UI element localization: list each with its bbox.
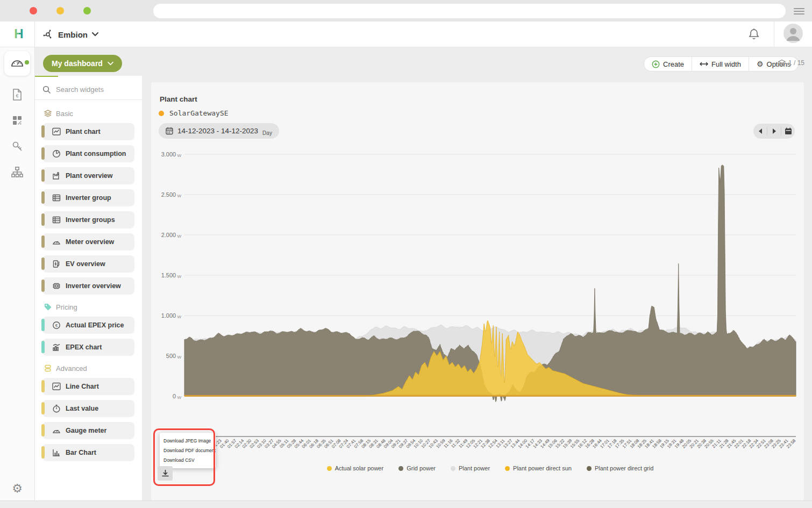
widget-card-inverter-groups[interactable]: Inverter groups [42, 211, 134, 228]
download-menu-item-download-pdf-document[interactable]: Download PDF document [160, 446, 216, 455]
widget-card-label: EV overview [66, 260, 105, 268]
widget-card-plant-chart[interactable]: Plant chart [42, 123, 134, 140]
download-menu-item-download-csv[interactable]: Download CSV [160, 455, 216, 465]
table-icon [52, 194, 61, 202]
browser-menu-icon[interactable] [794, 6, 804, 15]
tag-icon [44, 303, 52, 311]
window-minimize-button[interactable] [56, 7, 64, 15]
search-input[interactable] [56, 85, 137, 94]
legend-item-plant-power-direct-grid[interactable]: Plant power direct grid [587, 465, 653, 471]
widget-card-line-chart[interactable]: Line Chart [42, 378, 134, 395]
card-accent [41, 191, 45, 204]
calendar-picker-button[interactable] [781, 124, 795, 139]
widget-card-gauge-meter[interactable]: Gauge meter [42, 422, 134, 439]
window-zoom-button[interactable] [83, 7, 91, 15]
device-status-dot [159, 111, 164, 116]
next-period-button[interactable] [767, 124, 781, 139]
legend-label: Plant power direct grid [595, 465, 653, 471]
chart-legend: Actual solar powerGrid powerPlant powerP… [184, 465, 796, 471]
widget-card-plant-consumption[interactable]: Plant consumption [42, 145, 134, 162]
window-close-button[interactable] [30, 7, 37, 15]
app-logo[interactable]: H [8, 23, 30, 45]
arrow-right-icon [772, 128, 777, 134]
widget-card-actual-epex-price[interactable]: €Actual EPEX price [42, 317, 134, 333]
rail-item-invoices[interactable]: € [0, 82, 34, 108]
line-chart-icon [52, 127, 61, 136]
legend-dot [587, 466, 592, 471]
widget-search[interactable] [35, 80, 142, 100]
create-button[interactable]: Create [644, 57, 692, 71]
svg-text:1.000 W: 1.000 W [161, 312, 182, 319]
card-accent [41, 424, 45, 437]
address-bar[interactable] [153, 4, 786, 18]
download-menu-item-download-jpeg-image[interactable]: Download JPEG Image [160, 436, 216, 446]
widget-card-meter-overview[interactable]: Meter overview [42, 233, 134, 250]
legend-item-plant-power-direct-sun[interactable]: Plant power direct sun [505, 465, 572, 471]
widget-card-last-value[interactable]: Last value [42, 400, 134, 417]
legend-label: Grid power [407, 465, 436, 471]
widget-card-label: EPEX chart [66, 344, 102, 351]
svg-text:0 W: 0 W [173, 393, 181, 400]
card-accent [41, 402, 45, 414]
widget-card-label: Inverter overview [66, 282, 121, 290]
logo-h-icon: H [11, 26, 27, 42]
card-accent [41, 169, 45, 182]
legend-item-grid-power[interactable]: Grid power [398, 465, 436, 471]
rail-active-indicator [25, 60, 29, 65]
table-icon [52, 216, 61, 224]
footer-divider [0, 500, 812, 501]
meter-icon [52, 238, 61, 246]
legend-label: Plant power [459, 465, 490, 471]
widget-card-label: Line Chart [66, 383, 99, 390]
gear-icon: ⚙ [12, 482, 23, 496]
widget-card-label: Bar Chart [66, 449, 96, 456]
widget-sidebar: BasicPlant chartPlant consumptionPlant o… [35, 76, 142, 500]
download-button[interactable] [158, 466, 173, 481]
widget-card-bar-chart[interactable]: Bar Chart [42, 444, 134, 461]
widget-card-inverter-group[interactable]: Inverter group [42, 189, 134, 206]
svg-text:1.500 W: 1.500 W [161, 272, 182, 279]
ev-charger-icon [52, 260, 61, 268]
card-accent [41, 341, 45, 353]
svg-text:2.000 W: 2.000 W [161, 232, 182, 239]
dashboard-selector-button[interactable]: My dashboard [43, 55, 122, 72]
date-range-picker[interactable]: 14-12-2023 - 14-12-2023 Day [159, 123, 279, 139]
download-icon [161, 469, 169, 477]
legend-dot [327, 466, 332, 471]
dashboard-pager[interactable]: 1 / 15 [778, 59, 804, 67]
notifications-bell-icon[interactable] [748, 28, 760, 41]
layers-icon [778, 59, 786, 67]
dashboard-gauge-icon[interactable] [0, 51, 34, 76]
widget-card-ev-overview[interactable]: EV overview [42, 255, 134, 272]
plant-chart-widget: 3.000 W2.500 W2.000 W1.500 W1.000 W500 W… [151, 82, 804, 500]
full-width-button[interactable]: Full width [692, 57, 749, 71]
device-name: SolarGatewaySE [169, 109, 229, 117]
legend-item-actual-solar-power[interactable]: Actual solar power [327, 465, 384, 471]
rail-item-widgets[interactable] [0, 108, 34, 133]
section-label: Advanced [56, 364, 87, 373]
rail-item-access-keys[interactable] [0, 133, 34, 159]
bar-chart-icon [52, 448, 61, 457]
card-accent [41, 147, 45, 160]
widget-card-label: Actual EPEX price [66, 321, 124, 329]
card-accent [41, 125, 45, 138]
svg-text:H: H [14, 26, 23, 41]
rail-item-settings[interactable]: ⚙ [0, 476, 34, 502]
coins-chart-icon [52, 343, 61, 352]
user-avatar[interactable] [783, 23, 803, 46]
factory-icon [52, 171, 61, 180]
stopwatch-icon [52, 404, 61, 413]
widget-card-plant-overview[interactable]: Plant overview [42, 167, 134, 184]
card-accent [41, 257, 45, 270]
rail-item-hierarchy[interactable] [0, 159, 34, 185]
prev-period-button[interactable] [753, 124, 767, 139]
legend-item-plant-power[interactable]: Plant power [451, 465, 490, 471]
widget-card-epex-chart[interactable]: EPEX chart [42, 339, 134, 355]
org-switcher[interactable]: Embion [42, 27, 98, 42]
svg-text:2.500 W: 2.500 W [161, 191, 182, 198]
legend-dot [505, 466, 510, 471]
svg-text:3.000 W: 3.000 W [161, 151, 182, 158]
widget-card-inverter-overview[interactable]: Inverter overview [42, 277, 134, 294]
arrows-horizontal-icon [700, 61, 708, 67]
plant-chart-canvas[interactable]: 3.000 W2.500 W2.000 W1.500 W1.000 W500 W… [151, 82, 804, 500]
